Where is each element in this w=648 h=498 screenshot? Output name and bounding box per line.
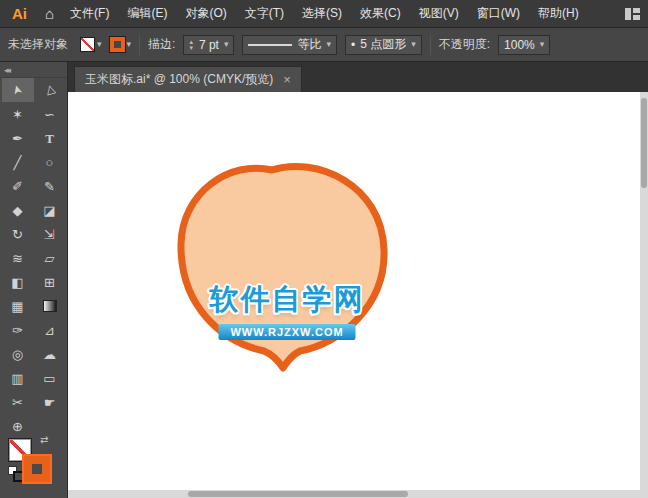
default-colors-icon[interactable]	[8, 466, 17, 475]
menu-item-object[interactable]: 对象(O)	[183, 3, 228, 24]
rotate-tool[interactable]: ↻	[2, 222, 34, 246]
chevron-down-icon: ▾	[326, 40, 331, 49]
tools-panel-header[interactable]: ◂◂	[0, 62, 67, 78]
column-graph-tool[interactable]: ▥	[2, 366, 34, 390]
chevron-down-icon: ▾	[127, 40, 132, 49]
menu-item-view[interactable]: 视图(V)	[417, 3, 461, 24]
magic-wand-tool-icon: ✶	[12, 108, 23, 121]
mesh-tool[interactable]: ▦	[2, 294, 34, 318]
lasso-tool-icon: ∽	[44, 108, 55, 121]
eraser-tool[interactable]: ◪	[34, 198, 66, 222]
menu-item-help[interactable]: 帮助(H)	[536, 3, 581, 24]
direct-selection-tool-icon: ▷	[43, 84, 57, 96]
swap-colors-icon[interactable]: ⇄	[40, 434, 48, 445]
watermark: 软件自学网 WWW.RJZXW.COM	[210, 280, 365, 340]
workspace-switcher-icon[interactable]	[625, 8, 640, 20]
stroke-color-swatch[interactable]: ▾	[110, 37, 132, 52]
vertical-scrollbar-thumb[interactable]	[641, 98, 647, 188]
horizontal-scrollbar-thumb[interactable]	[188, 491, 408, 497]
free-transform-tool-icon: ▱	[45, 252, 55, 265]
width-profile-preview-icon	[248, 44, 292, 46]
horizontal-scrollbar[interactable]	[68, 490, 648, 498]
watermark-title: 软件自学网	[210, 280, 365, 320]
chevron-down-icon: ▾	[411, 40, 416, 49]
toolbar-tools: ➤▷✶∽✒T╱○✐✎◆◪↻⇲≋▱◧⊞▦✑⊿◎☁▥▭✂☛⊕	[0, 78, 67, 438]
paintbrush-tool[interactable]: ✐	[2, 174, 34, 198]
gradient-tool[interactable]	[34, 294, 66, 318]
document-tab[interactable]: 玉米图标.ai* @ 100% (CMYK/预览) ×	[74, 66, 302, 92]
ellipse-tool-icon: ○	[46, 156, 54, 169]
opacity-dropdown[interactable]: 100% ▾	[498, 35, 550, 55]
eyedropper-tool[interactable]: ✑	[2, 318, 34, 342]
paintbrush-tool-icon: ✐	[12, 180, 23, 193]
vertical-scrollbar[interactable]	[640, 92, 648, 490]
free-transform-tool[interactable]: ▱	[34, 246, 66, 270]
shaper-tool[interactable]: ◆	[2, 198, 34, 222]
stroke-weight-stepper[interactable]: ▴ ▾	[189, 39, 193, 51]
home-icon[interactable]: ⌂	[45, 5, 54, 22]
perspective-grid-tool-icon: ⊞	[44, 276, 55, 289]
zoom-tool[interactable]: ⊕	[2, 414, 34, 438]
app-logo: Ai	[8, 5, 31, 22]
brush-definition-value: 5 点圆形	[360, 36, 406, 53]
menu-item-edit[interactable]: 编辑(E)	[125, 3, 169, 24]
slice-tool[interactable]: ✂	[2, 390, 34, 414]
direct-selection-tool[interactable]: ▷	[34, 78, 66, 102]
opacity-value: 100%	[504, 38, 535, 52]
type-tool[interactable]: T	[34, 126, 66, 150]
gradient-swatch-icon	[43, 300, 57, 312]
pencil-tool-icon: ✎	[44, 180, 55, 193]
opacity-label: 不透明度:	[439, 36, 490, 53]
line-segment-tool[interactable]: ╱	[2, 150, 34, 174]
column-graph-tool-icon: ▥	[11, 372, 23, 385]
type-tool-icon: T	[45, 132, 54, 145]
fill-color-swatch[interactable]: ▾	[80, 37, 102, 52]
measure-tool[interactable]: ⊿	[34, 318, 66, 342]
line-segment-tool-icon: ╱	[14, 156, 22, 169]
blend-tool-icon: ◎	[12, 348, 23, 361]
menu-item-select[interactable]: 选择(S)	[300, 3, 344, 24]
selection-tool-icon: ➤	[10, 84, 24, 97]
stroke-weight-value: 7 pt	[199, 38, 219, 52]
rotate-tool-icon: ↻	[12, 228, 23, 241]
menu-item-effect[interactable]: 效果(C)	[358, 3, 403, 24]
menu-item-file[interactable]: 文件(F)	[68, 3, 111, 24]
width-profile-dropdown[interactable]: 等比 ▾	[242, 35, 337, 55]
chevron-down-icon: ▾	[540, 40, 545, 49]
chevron-down-icon: ▾	[224, 40, 229, 49]
tools-panel: ◂◂ ➤▷✶∽✒T╱○✐✎◆◪↻⇲≋▱◧⊞▦✑⊿◎☁▥▭✂☛⊕ ⇄	[0, 62, 68, 498]
scale-tool[interactable]: ⇲	[34, 222, 66, 246]
magic-wand-tool[interactable]: ✶	[2, 102, 34, 126]
control-bar: 未选择对象 ▾ ▾ 描边: ▴ ▾ 7 pt ▾ 等比 ▾ • 5 点圆形 ▾ …	[0, 28, 648, 62]
shape-builder-tool[interactable]: ◧	[2, 270, 34, 294]
menu-item-type[interactable]: 文字(T)	[243, 3, 286, 24]
perspective-grid-tool[interactable]: ⊞	[34, 270, 66, 294]
measure-tool-icon: ⊿	[44, 324, 55, 337]
lasso-tool[interactable]: ∽	[34, 102, 66, 126]
pen-tool[interactable]: ✒	[2, 126, 34, 150]
document-tab-title: 玉米图标.ai* @ 100% (CMYK/预览)	[85, 71, 273, 88]
selection-tool[interactable]: ➤	[2, 78, 34, 102]
canvas[interactable]: 软件自学网 WWW.RJZXW.COM	[68, 92, 640, 490]
stroke-color-control[interactable]	[24, 456, 50, 482]
divider	[430, 35, 431, 55]
pencil-tool[interactable]: ✎	[34, 174, 66, 198]
width-tool[interactable]: ≋	[2, 246, 34, 270]
zoom-tool-icon: ⊕	[12, 420, 23, 433]
selection-status: 未选择对象	[8, 36, 68, 53]
close-tab-icon[interactable]: ×	[283, 72, 291, 87]
width-profile-value: 等比	[297, 36, 321, 53]
menu-item-window[interactable]: 窗口(W)	[475, 3, 522, 24]
symbol-sprayer-tool[interactable]: ☁	[34, 342, 66, 366]
blend-tool[interactable]: ◎	[2, 342, 34, 366]
hand-tool[interactable]: ☛	[34, 390, 66, 414]
mesh-tool-icon: ▦	[11, 300, 23, 313]
stroke-weight-dropdown[interactable]: ▴ ▾ 7 pt ▾	[183, 35, 234, 55]
artboard-tool[interactable]: ▭	[34, 366, 66, 390]
color-controls: ⇄	[8, 438, 58, 486]
scale-tool-icon: ⇲	[44, 228, 55, 241]
brush-definition-dropdown[interactable]: • 5 点圆形 ▾	[345, 35, 422, 55]
ellipse-tool[interactable]: ○	[34, 150, 66, 174]
stroke-color-icon	[110, 37, 125, 52]
shape-builder-tool-icon: ◧	[11, 276, 23, 289]
